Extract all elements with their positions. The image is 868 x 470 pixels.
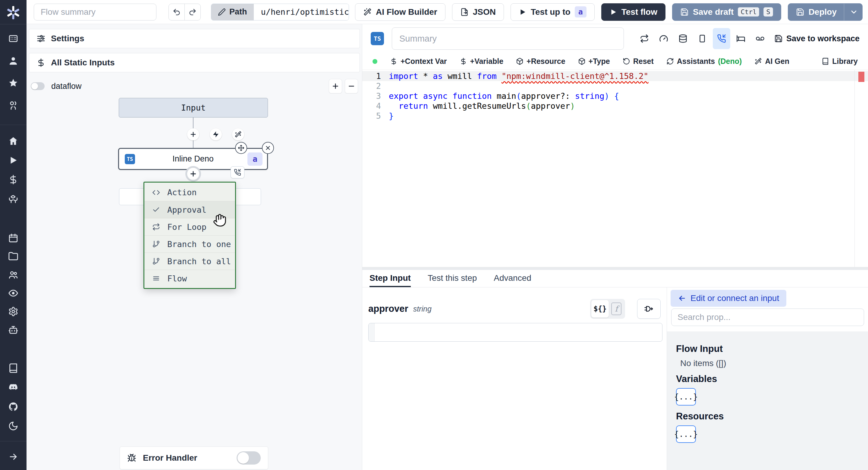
menu-item-flow[interactable]: Flow bbox=[144, 270, 235, 287]
eye-icon bbox=[8, 288, 19, 298]
json-button[interactable]: JSON bbox=[452, 3, 504, 21]
resources-object-chip[interactable]: {...} bbox=[676, 426, 696, 443]
rail-apps-button[interactable] bbox=[7, 32, 20, 45]
rail-user-button[interactable] bbox=[7, 54, 20, 67]
flow-settings-button[interactable]: Settings bbox=[29, 29, 360, 48]
editor-database-button[interactable] bbox=[674, 28, 692, 49]
editor-bed-button[interactable] bbox=[732, 28, 749, 49]
save-draft-button[interactable]: Save draft Ctrl S bbox=[672, 3, 781, 21]
rail-bot-button[interactable] bbox=[7, 323, 20, 337]
editor-phone-incoming-button[interactable] bbox=[713, 28, 730, 49]
code-line-2[interactable]: 2 bbox=[362, 81, 868, 91]
connect-input-button[interactable] bbox=[637, 299, 661, 319]
rail-team-button[interactable] bbox=[7, 99, 20, 112]
editor-gauge-button[interactable] bbox=[655, 28, 673, 49]
rail-moon-button[interactable] bbox=[7, 419, 20, 433]
tab-step-input[interactable]: Step Input bbox=[370, 270, 411, 287]
editor-scrollbar[interactable] bbox=[855, 70, 855, 267]
undo-redo-group bbox=[168, 4, 201, 21]
file-export-icon bbox=[460, 8, 469, 16]
code-editor[interactable]: 1import * as wmill from "npm:windmill-cl… bbox=[362, 70, 868, 267]
rail-home-button[interactable] bbox=[7, 134, 20, 148]
move-step-button[interactable] bbox=[235, 142, 247, 154]
redo-button[interactable] bbox=[184, 4, 201, 21]
windmill-logo-icon[interactable] bbox=[6, 5, 21, 19]
code-line-3[interactable]: 3export async function main(approver?: s… bbox=[362, 91, 868, 101]
code-line-5[interactable]: 5} bbox=[362, 111, 868, 121]
deploy-button[interactable]: Deploy bbox=[788, 3, 863, 21]
rail-dollar-button[interactable] bbox=[7, 173, 20, 186]
chevron-down-icon[interactable] bbox=[849, 8, 858, 16]
rail-star-button[interactable] bbox=[7, 76, 20, 90]
menu-item-action[interactable]: Action bbox=[144, 184, 235, 201]
tab-advanced[interactable]: Advanced bbox=[494, 270, 531, 287]
test-up-to-button[interactable]: Test up to a bbox=[510, 3, 595, 21]
search-prop-input[interactable] bbox=[671, 309, 864, 326]
insert-step-button[interactable] bbox=[187, 128, 199, 140]
action-assistants[interactable]: Assistants(Deno) bbox=[666, 57, 742, 66]
rail-calendar-button[interactable] bbox=[7, 231, 20, 245]
flow-summary-input[interactable] bbox=[34, 4, 156, 21]
edit-or-connect-button[interactable]: Edit or connect an input bbox=[671, 290, 786, 307]
rail-book-button[interactable] bbox=[7, 362, 20, 375]
library-button[interactable]: Library bbox=[822, 57, 858, 66]
code-line-4[interactable]: 4 return wmill.getResumeUrls(approver) bbox=[362, 101, 868, 111]
menu-item-branch-to-all[interactable]: Branch to all bbox=[144, 252, 235, 270]
edge-line bbox=[193, 140, 193, 148]
ai-insert-button[interactable] bbox=[232, 128, 244, 140]
editor-repeat-button[interactable] bbox=[636, 28, 653, 49]
action-ai-gen[interactable]: AI Gen bbox=[754, 57, 789, 66]
rail-discord-button[interactable] bbox=[7, 381, 20, 394]
panel-resize-handle[interactable] bbox=[362, 267, 868, 270]
code-line-1[interactable]: 1import * as wmill from "npm:windmill-cl… bbox=[362, 71, 868, 81]
rail-group-button[interactable] bbox=[7, 268, 20, 281]
template-mode-button[interactable]: ${} bbox=[591, 300, 609, 318]
dataflow-toggle[interactable] bbox=[31, 82, 44, 90]
rail-folder-button[interactable] bbox=[7, 250, 20, 263]
add-step-button[interactable] bbox=[185, 166, 201, 182]
action--context-var[interactable]: +Context Var bbox=[390, 57, 447, 66]
step-summary-input[interactable] bbox=[392, 27, 624, 50]
rail-boxes-button[interactable] bbox=[7, 192, 20, 206]
delete-step-button[interactable] bbox=[262, 142, 274, 154]
zoom-in-button[interactable] bbox=[329, 79, 342, 93]
rail-eye-button[interactable] bbox=[7, 286, 20, 300]
javascript-mode-button[interactable]: f bbox=[609, 300, 624, 318]
rail-expand-button[interactable] bbox=[7, 450, 20, 463]
rail-settings-button[interactable] bbox=[7, 305, 20, 318]
section-empty-text: No items ([]) bbox=[680, 358, 859, 368]
editor-square-button[interactable] bbox=[693, 28, 711, 49]
action--variable[interactable]: +Variable bbox=[460, 57, 504, 66]
trigger-button[interactable] bbox=[210, 128, 222, 140]
tab-test-this-step[interactable]: Test this step bbox=[428, 270, 477, 287]
rail-github-button[interactable] bbox=[7, 400, 20, 413]
field-type: string bbox=[413, 305, 432, 313]
move-icon bbox=[238, 145, 244, 151]
error-handler-toggle[interactable] bbox=[237, 451, 261, 465]
zoom-out-button[interactable] bbox=[345, 79, 358, 93]
menu-item-for-loop[interactable]: For Loop bbox=[144, 218, 235, 235]
ai-flow-builder-button[interactable]: AI Flow Builder bbox=[355, 3, 445, 21]
repeat-icon bbox=[152, 223, 160, 231]
refresh-icon bbox=[666, 58, 674, 65]
action-reset[interactable]: Reset bbox=[623, 57, 654, 66]
package-icon bbox=[516, 58, 524, 65]
rail-play-button[interactable] bbox=[7, 154, 20, 167]
error-handler-card[interactable]: Error Handler bbox=[120, 446, 268, 469]
editor-voicemail-button[interactable] bbox=[751, 28, 769, 49]
calendar-icon bbox=[8, 233, 19, 243]
action--type[interactable]: +Type bbox=[578, 57, 610, 66]
test-flow-button[interactable]: Test flow bbox=[601, 3, 665, 21]
path-group[interactable]: Path u/henri/optimistic_flow bbox=[211, 4, 349, 21]
menu-item-approval[interactable]: Approval bbox=[144, 201, 235, 218]
variables-object-chip[interactable]: {...} bbox=[676, 388, 696, 406]
action--resource[interactable]: +Resource bbox=[516, 57, 565, 66]
input-node[interactable]: Input bbox=[119, 98, 268, 118]
path-edit-button[interactable]: Path bbox=[211, 4, 254, 20]
all-static-inputs-button[interactable]: All Static Inputs bbox=[29, 53, 360, 72]
save-to-workspace-button[interactable]: Save to workspace bbox=[774, 34, 860, 43]
approver-value-input[interactable] bbox=[368, 323, 662, 342]
undo-button[interactable] bbox=[168, 4, 185, 21]
step-id-badge: a bbox=[575, 6, 587, 18]
menu-item-branch-to-one[interactable]: Branch to one bbox=[144, 235, 235, 252]
